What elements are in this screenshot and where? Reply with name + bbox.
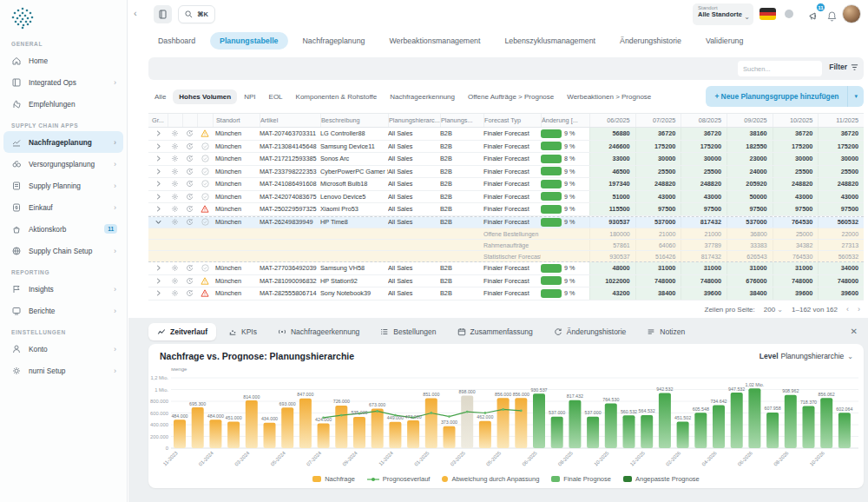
- chart-bar[interactable]: [533, 393, 545, 448]
- panel-tab-nachfrageerkennung[interactable]: Nachfrageerkennung: [269, 323, 368, 340]
- sidebar-item-empfehlungen[interactable]: Empfehlungen: [3, 93, 123, 115]
- chart-bar[interactable]: [659, 393, 671, 448]
- chart-bar[interactable]: [407, 420, 419, 448]
- row-settings-icon[interactable]: [168, 275, 182, 287]
- cell-month-value[interactable]: 115500: [589, 203, 635, 215]
- cell-month-value[interactable]: 97500: [681, 203, 727, 215]
- row-expand-icon[interactable]: [148, 153, 168, 165]
- tab-dashboard[interactable]: Dashboard: [148, 32, 205, 50]
- panel-tab-kpis[interactable]: KPIs: [220, 323, 266, 340]
- cell-month-value[interactable]: 97500: [635, 203, 681, 215]
- cell-month-value[interactable]: 36720: [681, 128, 727, 140]
- cell-month-value[interactable]: 748000: [635, 275, 681, 287]
- cell-month-value[interactable]: 175200: [635, 141, 681, 153]
- row-history-icon[interactable]: [182, 217, 197, 228]
- sidebar-item-supply-chain-setup[interactable]: Supply Chain Setup›: [3, 240, 123, 261]
- chart-bar[interactable]: [264, 423, 276, 448]
- chip-npi[interactable]: NPI: [238, 89, 261, 104]
- chart-bar[interactable]: [318, 423, 330, 448]
- chart-bar[interactable]: [335, 406, 347, 448]
- cell-month-value[interactable]: 748000: [818, 275, 864, 287]
- table-row[interactable]: MünchenMAT-241086491608Microsoft Bulb18A…: [148, 178, 864, 191]
- level-selector[interactable]: LevelPlanungshierarchie⌄: [760, 352, 853, 360]
- sidebar-item-insights[interactable]: Insights›: [3, 278, 123, 300]
- row-history-icon[interactable]: [182, 287, 197, 300]
- row-expand-icon[interactable]: [148, 217, 168, 228]
- row-expand-icon[interactable]: [148, 128, 168, 140]
- tab-nachfrageplanung[interactable]: Nachfrageplanung: [293, 32, 375, 50]
- standort-selector[interactable]: Standort Alle Standorte ⌄: [693, 3, 753, 25]
- table-row[interactable]: MünchenMAT-213084145648Samsung Device11A…: [148, 141, 864, 154]
- cell-month-value[interactable]: 248820: [635, 178, 681, 190]
- filter-button[interactable]: Filter: [829, 63, 858, 71]
- tab-validierung[interactable]: Validierung: [696, 32, 753, 50]
- tab--nderungshistorie[interactable]: Änderungshistorie: [610, 32, 691, 50]
- row-history-icon[interactable]: [182, 141, 197, 153]
- rows-per-page-select[interactable]: 200 ⌄: [764, 306, 783, 314]
- cell-month-value[interactable]: 197340: [589, 178, 635, 190]
- cell-month-value[interactable]: 817432: [681, 217, 727, 228]
- sidebar-item-supply-planning[interactable]: Supply Planning›: [3, 175, 123, 196]
- cell-month-value[interactable]: 676000: [727, 275, 773, 287]
- cell-month-value[interactable]: 560532: [818, 217, 864, 228]
- cell-month-value[interactable]: 24000: [727, 166, 773, 178]
- chart-bar[interactable]: [587, 417, 599, 448]
- row-settings-icon[interactable]: [168, 191, 182, 203]
- row-expand-icon[interactable]: [148, 203, 168, 215]
- panel-tab-bestellungen[interactable]: Bestellungen: [372, 323, 444, 340]
- cell-month-value[interactable]: 748000: [773, 275, 819, 287]
- chart-bar[interactable]: [605, 403, 617, 448]
- cell-month-value[interactable]: 43000: [681, 191, 727, 203]
- chart-bar[interactable]: [444, 426, 456, 448]
- cell-month-value[interactable]: 30000: [635, 153, 681, 165]
- cell-month-value[interactable]: 43200: [589, 287, 635, 300]
- cell-month-value[interactable]: 56880: [589, 128, 635, 140]
- chart-bar[interactable]: [623, 415, 635, 448]
- tab-planungstabelle[interactable]: Planungstabelle: [210, 32, 287, 50]
- tab-lebenszyklusmanagement[interactable]: Lebenszyklusmanagement: [495, 32, 605, 50]
- chart-bar[interactable]: [227, 422, 240, 448]
- cell-month-value[interactable]: 205920: [727, 178, 773, 190]
- close-icon[interactable]: ✕: [851, 327, 858, 336]
- table-row[interactable]: MünchenMAT-277036492039Samsung VH58All S…: [148, 262, 864, 275]
- cell-month-value[interactable]: 39600: [681, 287, 727, 300]
- cell-month-value[interactable]: 31000: [727, 262, 773, 274]
- panel-tab-notizen[interactable]: Notizen: [638, 323, 694, 340]
- cell-month-value[interactable]: 50000: [727, 191, 773, 203]
- chart-bar[interactable]: [425, 399, 437, 448]
- table-row[interactable]: MünchenMAT-281090096832HP Station92All S…: [148, 275, 864, 288]
- cell-month-value[interactable]: 31000: [681, 262, 727, 274]
- announcements-icon[interactable]: 11: [808, 10, 819, 25]
- panel-tab-zeitverlauf[interactable]: Zeitverlauf: [148, 323, 216, 340]
- table-row[interactable]: MünchenMAT-26249839949HP Time8All SalesB…: [148, 216, 864, 229]
- table-row[interactable]: MünchenMAT-233798222353CyberPowerPC Game…: [148, 166, 864, 179]
- sidebar-item-konto[interactable]: Konto›: [3, 338, 123, 360]
- cell-month-value[interactable]: 25500: [635, 166, 681, 178]
- chart-bar[interactable]: [515, 398, 527, 448]
- cell-month-value[interactable]: 25500: [773, 166, 819, 178]
- cell-month-value[interactable]: 25500: [818, 166, 864, 178]
- cell-month-value[interactable]: 38400: [635, 287, 681, 300]
- tab-werbeaktionsmanagement[interactable]: Werbeaktionsmanagement: [379, 32, 490, 50]
- cell-month-value[interactable]: 38160: [727, 128, 773, 140]
- chart-bar[interactable]: [497, 398, 510, 448]
- cell-month-value[interactable]: 537000: [635, 217, 681, 228]
- cell-month-value[interactable]: 248820: [681, 178, 727, 190]
- cell-month-value[interactable]: 248820: [818, 178, 864, 190]
- cell-month-value[interactable]: 36720: [818, 128, 864, 140]
- chart-bar[interactable]: [569, 400, 581, 448]
- row-expand-icon[interactable]: [148, 287, 168, 300]
- cell-month-value[interactable]: 537000: [727, 217, 773, 228]
- cell-month-value[interactable]: 97500: [818, 203, 864, 215]
- table-row[interactable]: MünchenMAT-282555806714Sony Notebook39Al…: [148, 287, 864, 301]
- cell-month-value[interactable]: 1022000: [589, 275, 635, 287]
- chart-bar[interactable]: [731, 393, 743, 448]
- sidebar-item-nachfrageplanung[interactable]: Nachfrageplanung›: [3, 131, 123, 153]
- row-history-icon[interactable]: [182, 153, 197, 165]
- journal-icon[interactable]: [154, 5, 172, 23]
- chart-bar[interactable]: [372, 409, 384, 448]
- table-row[interactable]: MünchenMAT-250229597325Xiaomi Pro53All S…: [148, 203, 864, 216]
- cell-month-value[interactable]: 34000: [818, 262, 864, 274]
- chart-bar[interactable]: [281, 407, 293, 448]
- table-row[interactable]: MünchenMAT-207463703311LG Controller88Al…: [148, 128, 864, 141]
